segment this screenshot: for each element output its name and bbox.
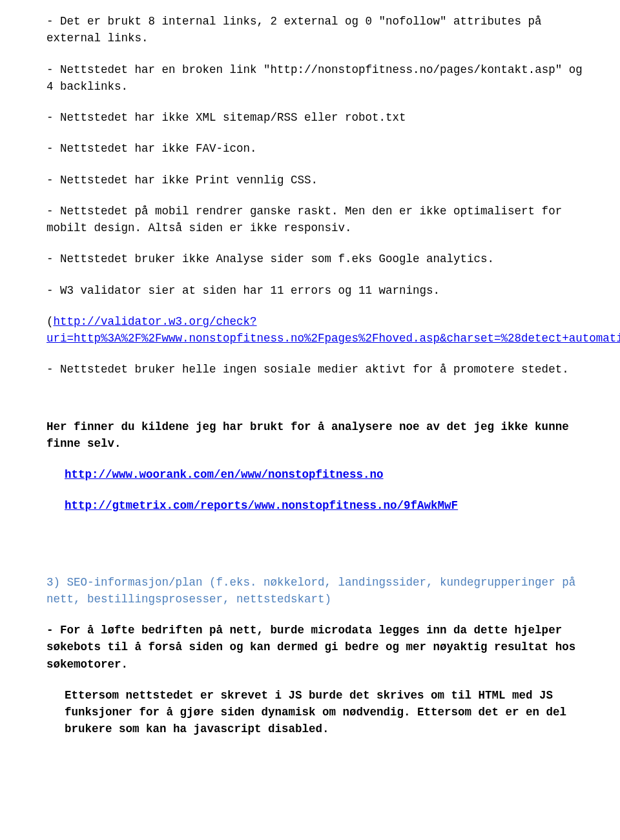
bullet-favicon: - Nettstedet har ikke FAV-icon. xyxy=(46,140,589,157)
validator-link[interactable]: http://validator.w3.org/check?uri=http%3… xyxy=(46,315,620,345)
bullet-microdata: - For å løfte bedriften på nett, burde m… xyxy=(46,622,589,673)
sources-intro: Her finner du kildene jeg har brukt for … xyxy=(46,418,589,453)
paren-open: ( xyxy=(46,315,54,328)
bullet-mobile: - Nettstedet på mobil rendrer ganske ras… xyxy=(46,203,589,237)
section-heading-seo: 3) SEO-informasjon/plan (f.eks. nøkkelor… xyxy=(46,574,589,608)
text-fragment: - Nettstedet har en broken link " xyxy=(46,63,271,76)
bullet-sitemap: - Nettstedet har ikke XML sitemap/RSS el… xyxy=(46,109,589,126)
source-link-gtmetrix[interactable]: http://gtmetrix.com/reports/www.nonstopf… xyxy=(65,499,458,512)
validator-link-line: (http://validator.w3.org/check?uri=http%… xyxy=(46,313,589,347)
source-link-1-wrap: http://www.woorank.com/en/www/nonstopfit… xyxy=(46,466,589,483)
bullet-broken-link: - Nettstedet har en broken link "http://… xyxy=(46,61,589,96)
bullet-social-media: - Nettstedet bruker helle ingen sosiale … xyxy=(46,361,589,378)
source-link-woorank[interactable]: http://www.woorank.com/en/www/nonstopfit… xyxy=(65,468,384,481)
broken-link-url: http://nonstopfitness.no/pages/kontakt.a… xyxy=(271,63,555,76)
bullet-w3-validator: - W3 validator sier at siden har 11 erro… xyxy=(46,282,589,299)
bullet-print-css: - Nettstedet har ikke Print vennlig CSS. xyxy=(46,172,589,189)
source-link-2-wrap: http://gtmetrix.com/reports/www.nonstopf… xyxy=(46,497,589,514)
bullet-links-count: - Det er brukt 8 internal links, 2 exter… xyxy=(46,13,589,47)
bullet-js-rewrite: Ettersom nettstedet er skrevet i JS burd… xyxy=(46,687,589,738)
bullet-analytics: - Nettstedet bruker ikke Analyse sider s… xyxy=(46,251,589,267)
